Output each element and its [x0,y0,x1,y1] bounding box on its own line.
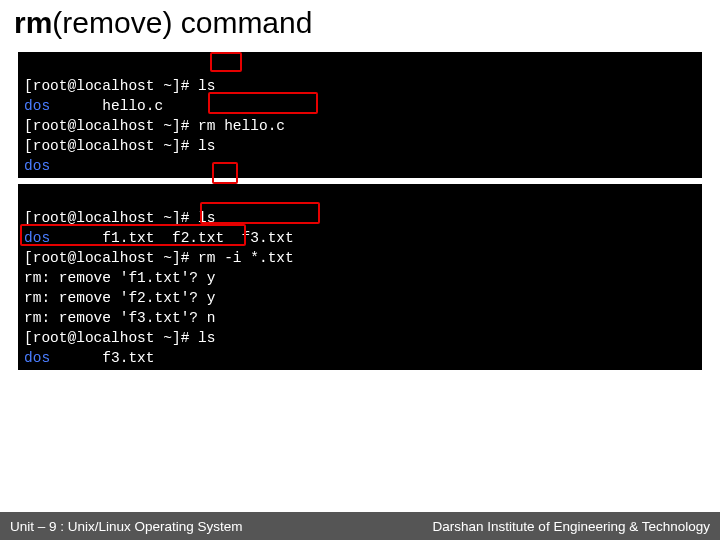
footer-right: Darshan Institute of Engineering & Techn… [433,519,710,534]
slide: rm(remove) command [root@localhost ~]# l… [0,0,720,540]
prompt: [root@localhost ~]# [24,78,198,94]
prompt: [root@localhost ~]# [24,330,198,346]
footer: Unit – 9 : Unix/Linux Operating System D… [0,512,720,540]
file: f3.txt [50,350,154,366]
terminal-block-1: [root@localhost ~]# ls dos hello.c [root… [18,52,702,178]
slide-title: rm(remove) command [14,6,312,40]
output: rm: remove 'f3.txt'? n [24,310,215,326]
dir: dos [24,158,50,174]
terminal-block-2: [root@localhost ~]# ls dos f1.txt f2.txt… [18,184,702,370]
highlight-rm-prompt [20,224,246,246]
file: hello.c [50,98,163,114]
cmd: ls [198,330,215,346]
prompt: [root@localhost ~]# [24,138,198,154]
dir: dos [24,98,50,114]
title-bold: rm [14,6,52,39]
title-rest: (remove) command [52,6,312,39]
dir: dos [24,350,50,366]
prompt: [root@localhost ~]# [24,118,198,134]
highlight-rm-hello [208,92,318,114]
output: rm: remove 'f2.txt'? y [24,290,215,306]
cmd: ls [198,138,215,154]
footer-left: Unit – 9 : Unix/Linux Operating System [10,519,243,534]
highlight-rm-i [200,202,320,224]
cmd: rm -i *.txt [198,250,294,266]
terminal-area: [root@localhost ~]# ls dos hello.c [root… [18,52,702,370]
cmd: rm hello.c [198,118,285,134]
highlight-ls-2 [212,162,238,184]
output: rm: remove 'f1.txt'? y [24,270,215,286]
prompt: [root@localhost ~]# [24,250,198,266]
highlight-ls-1 [210,52,242,72]
